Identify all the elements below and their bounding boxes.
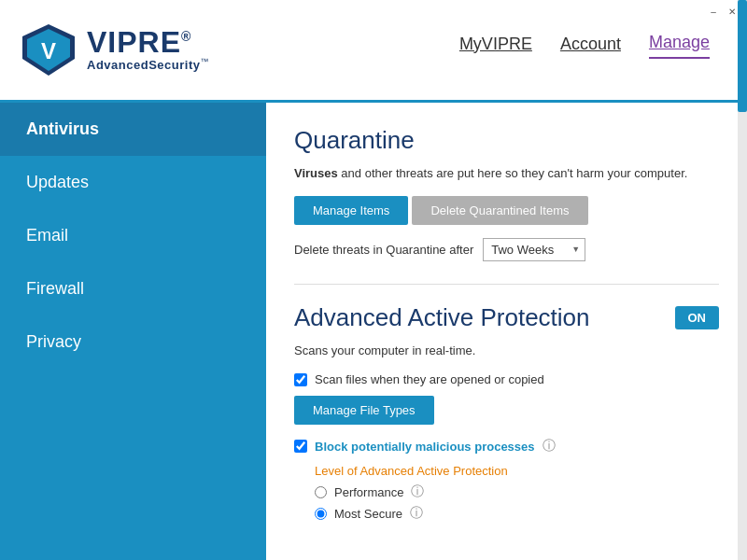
radio-most-secure[interactable] (315, 508, 327, 520)
block-processes-label: Block potentially malicious processes (315, 440, 535, 454)
aap-title: Advanced Active Protection (294, 303, 590, 332)
protection-level-label: Level of Advanced Active Protection (315, 464, 719, 478)
nav-links: MyVIPRE Account Manage (459, 33, 728, 68)
aap-description: Scans your computer in real-time. (294, 342, 719, 360)
aap-toggle[interactable]: ON (675, 306, 720, 329)
vipre-logo-icon: V (19, 20, 79, 80)
block-processes-row: Block potentially malicious processes ⓘ (294, 438, 719, 455)
delete-after-label: Delete threats in Quarantine after (294, 243, 473, 257)
radio-performance-row: Performance ⓘ (315, 483, 719, 500)
most-secure-info-icon[interactable]: ⓘ (410, 505, 423, 522)
block-processes-checkbox[interactable] (294, 440, 307, 453)
close-button[interactable]: ✕ (726, 6, 738, 17)
manage-file-types-button[interactable]: Manage File Types (294, 396, 434, 425)
scrollbar-track (738, 0, 747, 560)
scan-files-label: Scan files when they are opened or copie… (315, 372, 544, 386)
aap-header: Advanced Active Protection ON (294, 303, 719, 332)
delete-quarantined-button[interactable]: Delete Quarantined Items (412, 196, 587, 225)
quarantine-buttons: Manage Items Delete Quarantined Items (294, 196, 719, 225)
main-layout: Antivirus Updates Email Firewall Privacy… (0, 103, 747, 560)
radio-performance-label: Performance (334, 485, 403, 499)
vipre-wordmark: VIPRE® (87, 27, 209, 57)
sidebar-item-firewall[interactable]: Firewall (0, 262, 266, 315)
quarantine-section: Quarantine Viruses and other threats are… (294, 126, 719, 261)
sidebar-item-privacy[interactable]: Privacy (0, 315, 266, 369)
radio-most-secure-label: Most Secure (334, 507, 402, 521)
sidebar: Antivirus Updates Email Firewall Privacy (0, 103, 266, 560)
protection-level-group: Level of Advanced Active Protection Perf… (315, 464, 719, 522)
quarantine-title: Quarantine (294, 126, 719, 155)
sidebar-item-email[interactable]: Email (0, 209, 266, 262)
delete-after-dropdown-wrapper: One Day One Week Two Weeks One Month Nev… (483, 238, 585, 261)
nav-account[interactable]: Account (560, 35, 621, 59)
section-divider (294, 284, 719, 285)
performance-info-icon[interactable]: ⓘ (411, 483, 424, 500)
block-processes-info-icon[interactable]: ⓘ (543, 438, 556, 455)
manage-items-button[interactable]: Manage Items (294, 196, 408, 225)
svg-text:V: V (41, 38, 56, 63)
logo-text: VIPRE® AdvancedSecurity™ (87, 27, 209, 72)
radio-most-secure-row: Most Secure ⓘ (315, 505, 719, 522)
logo-subtitle: AdvancedSecurity™ (87, 57, 209, 72)
scan-files-row: Scan files when they are opened or copie… (294, 372, 719, 386)
sidebar-item-updates[interactable]: Updates (0, 156, 266, 209)
sidebar-item-antivirus[interactable]: Antivirus (0, 103, 266, 156)
minimize-button[interactable]: – (708, 6, 719, 17)
delete-after-dropdown[interactable]: One Day One Week Two Weeks One Month Nev… (483, 238, 585, 261)
manage-file-types-row: Manage File Types (294, 396, 719, 425)
nav-myvipre[interactable]: MyVIPRE (459, 35, 532, 59)
header: V VIPRE® AdvancedSecurity™ MyVIPRE Accou… (0, 0, 747, 103)
scan-files-checkbox[interactable] (294, 373, 307, 386)
content-area: Quarantine Viruses and other threats are… (266, 103, 747, 560)
nav-manage[interactable]: Manage (649, 33, 710, 59)
delete-after-row: Delete threats in Quarantine after One D… (294, 238, 719, 261)
radio-performance[interactable] (315, 486, 327, 498)
quarantine-description: Viruses and other threats are put here s… (294, 164, 719, 183)
aap-section: Advanced Active Protection ON Scans your… (294, 303, 719, 523)
logo-area: V VIPRE® AdvancedSecurity™ (19, 20, 280, 80)
